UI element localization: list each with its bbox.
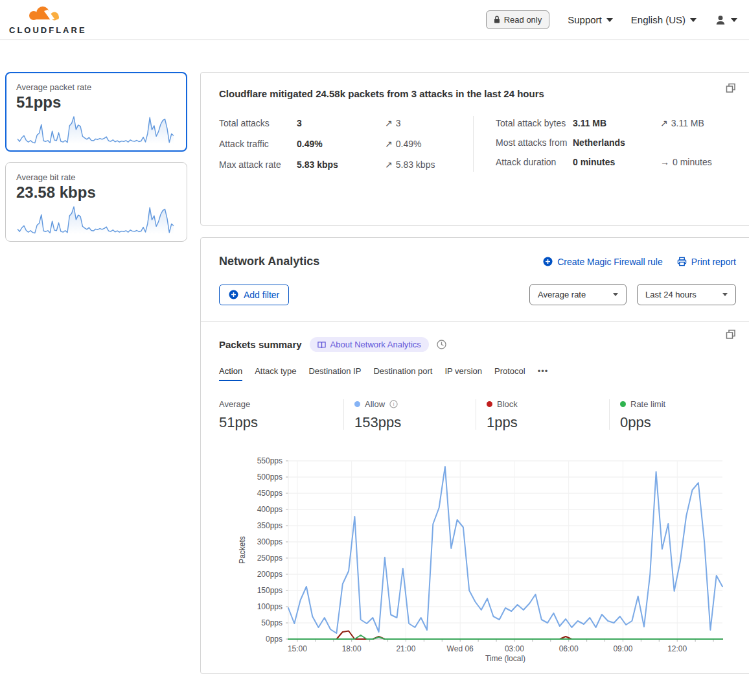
tab-action[interactable]: Action <box>219 366 242 381</box>
metric-select-value: Average rate <box>538 290 586 299</box>
analytics-title: Network Analytics <box>219 255 319 268</box>
metric-select[interactable]: Average rate <box>529 284 627 305</box>
stat-delta: →0 minutes <box>660 155 712 169</box>
attack-summary-card: Cloudflare mitigated 24.58k packets from… <box>200 72 749 226</box>
summary-stat-row: Most attacks fromNetherlands <box>496 135 744 150</box>
cloudflare-logo[interactable]: CLOUDFLARE <box>9 6 87 34</box>
svg-text:Time (local): Time (local) <box>485 654 525 663</box>
about-network-analytics-pill[interactable]: About Network Analytics <box>310 337 429 352</box>
print-report-link[interactable]: Print report <box>677 257 736 267</box>
trend-arrow-icon: ↗ <box>660 118 668 128</box>
cloudflare-cloud-icon <box>9 6 80 25</box>
packets-summary-section: Packets summary About Network Analytics … <box>201 321 749 673</box>
series-color-dot-icon <box>620 401 626 407</box>
analytics-links: Create Magic Firewall rule Print report <box>543 257 736 267</box>
chevron-down-icon <box>731 18 737 22</box>
packet-rate-sparkline <box>16 113 175 146</box>
stat-value: 3 <box>297 116 385 130</box>
metric-label: Average bit rate <box>16 172 176 182</box>
read-only-badge: Read only <box>486 10 550 29</box>
header-actions: Read only Support English (US) <box>486 10 737 29</box>
series-name: Allow <box>365 399 385 409</box>
support-menu[interactable]: Support <box>568 14 613 25</box>
summary-stat-row: Max attack rate5.83 kbps↗5.83 kbps <box>219 158 473 172</box>
summary-stat-row: Total attack bytes3.11 MB↗3.11 MB <box>496 116 744 130</box>
summary-stat-row: Total attacks3↗3 <box>219 116 473 130</box>
copy-card-icon[interactable] <box>726 329 736 342</box>
top-header: CLOUDFLARE Read only Support English (US… <box>0 0 749 40</box>
language-menu[interactable]: English (US) <box>631 14 697 25</box>
stat-delta: ↗3.11 MB <box>660 116 704 130</box>
series-name: Average <box>219 399 250 409</box>
packets-time-series-chart[interactable]: 0pps50pps100pps150pps200pps250pps300pps3… <box>232 457 749 671</box>
series-value: 0pps <box>620 414 665 431</box>
stat-value: 0.49% <box>297 137 385 151</box>
tab-destination-ip[interactable]: Destination IP <box>308 366 361 381</box>
main-column: Cloudflare mitigated 24.58k packets from… <box>200 72 749 674</box>
analytics-header: Network Analytics Create Magic Firewall … <box>201 238 749 321</box>
stat-label: Total attack bytes <box>496 116 573 130</box>
series-stat-rate-limit: Rate limit0pps <box>610 398 665 431</box>
tab-protocol[interactable]: Protocol <box>494 366 525 381</box>
summary-title: Cloudflare mitigated 24.58k packets from… <box>219 88 744 99</box>
svg-text:150pps: 150pps <box>257 586 282 595</box>
account-menu[interactable] <box>715 14 737 26</box>
tabs-more-button[interactable]: ••• <box>538 366 549 381</box>
svg-text:21:00: 21:00 <box>396 644 415 653</box>
trend-arrow-icon: ↗ <box>385 118 393 128</box>
metric-card-packet-rate[interactable]: Average packet rate 51pps <box>5 72 187 152</box>
svg-text:03:00: 03:00 <box>505 644 524 653</box>
info-icon[interactable]: i <box>389 400 398 408</box>
trend-arrow-icon: ↗ <box>385 139 393 149</box>
metric-sidebar: Average packet rate 51pps Average bit ra… <box>5 72 187 252</box>
trend-arrow-icon: → <box>660 157 669 167</box>
svg-text:300pps: 300pps <box>257 537 282 546</box>
clock-icon[interactable] <box>437 340 446 349</box>
read-only-label: Read only <box>504 15 542 25</box>
metric-card-bit-rate[interactable]: Average bit rate 23.58 kbps <box>5 162 187 242</box>
stat-value: 5.83 kbps <box>297 158 385 172</box>
language-label: English (US) <box>631 14 686 25</box>
tab-destination-port[interactable]: Destination port <box>373 366 432 381</box>
add-filter-button[interactable]: Add filter <box>219 285 289 305</box>
stat-value: 0 minutes <box>573 155 660 169</box>
page-content: Average packet rate 51pps Average bit ra… <box>0 40 749 674</box>
time-range-select[interactable]: Last 24 hours <box>637 284 736 305</box>
divider <box>473 116 474 172</box>
series-label: Block <box>487 399 609 409</box>
stat-value: 3.11 MB <box>573 116 660 130</box>
summary-stats-right: Total attack bytes3.11 MB↗3.11 MBMost at… <box>487 116 744 172</box>
print-report-label: Print report <box>691 257 736 267</box>
series-stat-average: Average51pps <box>219 398 343 431</box>
summary-stat-row: Attack duration0 minutes→0 minutes <box>496 155 744 169</box>
summary-stats-left: Total attacks3↗3Attack traffic0.49%↗0.49… <box>219 116 473 172</box>
user-icon <box>715 14 726 26</box>
svg-text:0pps: 0pps <box>266 635 282 644</box>
about-pill-label: About Network Analytics <box>330 340 421 349</box>
action-stats-row: Average51ppsAllowi153ppsBlock1ppsRate li… <box>219 398 736 431</box>
series-value: 153pps <box>354 414 476 431</box>
copy-card-icon[interactable] <box>726 83 736 96</box>
trend-arrow-icon: ↗ <box>385 159 393 170</box>
series-label: Average <box>219 399 343 409</box>
svg-text:100pps: 100pps <box>257 602 282 611</box>
svg-text:200pps: 200pps <box>257 570 282 579</box>
metric-label: Average packet rate <box>16 82 176 92</box>
svg-text:400pps: 400pps <box>257 505 282 514</box>
series-stat-allow: Allowi153pps <box>344 398 476 431</box>
svg-text:18:00: 18:00 <box>342 644 362 653</box>
cloudflare-wordmark: CLOUDFLARE <box>9 26 87 34</box>
series-name: Block <box>497 399 518 409</box>
packets-summary-title: Packets summary <box>219 339 302 350</box>
create-magic-firewall-rule-link[interactable]: Create Magic Firewall rule <box>543 257 663 267</box>
svg-text:250pps: 250pps <box>257 554 282 563</box>
stat-label: Attack traffic <box>219 137 297 151</box>
series-color-dot-icon <box>354 401 360 407</box>
series-label: Rate limit <box>620 399 665 409</box>
support-label: Support <box>568 14 602 25</box>
tab-ip-version[interactable]: IP version <box>444 366 482 381</box>
series-name: Rate limit <box>630 399 665 409</box>
svg-text:09:00: 09:00 <box>613 644 632 653</box>
metric-value: 23.58 kbps <box>16 183 176 202</box>
tab-attack-type[interactable]: Attack type <box>255 366 296 381</box>
